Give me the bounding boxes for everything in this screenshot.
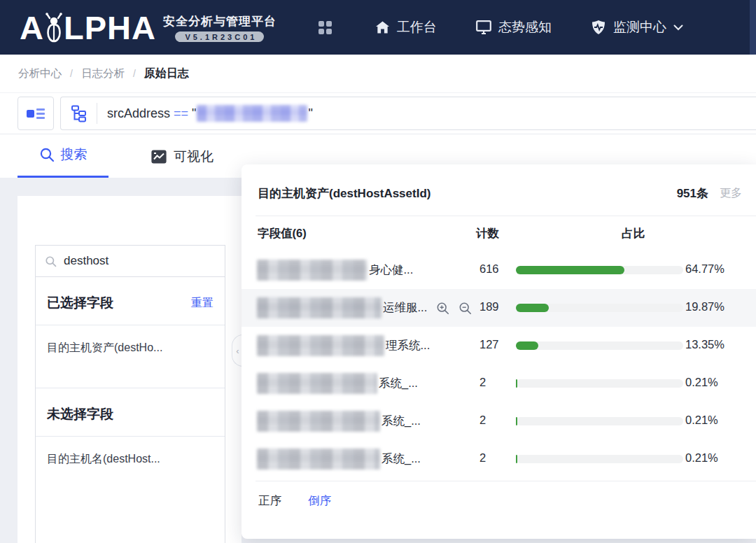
version-badge: V5.1R23C01 [175,31,264,42]
fields-box: 已选择字段 重置 目的主机资产(destHo... 未选择字段 目的主机名(de… [35,245,225,543]
nav-item-monitoring[interactable]: 监测中心 [591,18,683,36]
field-search[interactable] [36,246,225,277]
row-bar-fill [516,455,517,463]
query-input-box[interactable]: srcAddress == "" [60,97,756,130]
navbar-edge-item [750,0,756,55]
logo-text: A LPHA [20,11,156,44]
row-bar-track [516,266,683,274]
row-percent: 19.87% [685,300,724,313]
row-suffix: 身心健... [369,262,413,278]
field-value-row[interactable]: 系统_...20.21% [241,440,756,478]
query-mode-button[interactable] [18,97,54,130]
query-expression[interactable]: srcAddress == "" [107,105,313,122]
monitor-icon [476,20,491,34]
row-bar-fill [516,417,517,425]
chevron-down-icon [673,24,683,31]
row-suffix: 系统_... [379,376,418,391]
row-name: 运维服... [257,289,472,327]
row-bar-fill [516,341,538,350]
row-bar-track [516,304,683,312]
total-count: 951条 [677,185,708,202]
field-value-row[interactable]: 运维服...18919.87% [241,289,756,327]
row-name: 身心健... [257,251,413,289]
query-operator: == [174,106,188,121]
row-filter-actions [436,302,472,315]
row-percent: 64.77% [685,262,724,276]
row-bar-fill [516,266,624,274]
row-bar-fill [516,304,549,312]
query-bar: srcAddress == "" [0,93,756,134]
content-area: 已选择字段 重置 目的主机资产(destHo... 未选择字段 目的主机名(de… [0,178,756,543]
app-logo: A LPHA 安全分析与管理平台 V5.1R23C01 [20,11,276,44]
query-close-quote: " [308,106,312,121]
popup-footer: 正序 倒序 [241,481,756,509]
field-value-row[interactable]: 系统_...20.21% [241,402,756,440]
breadcrumb-current: 原始日志 [144,66,189,81]
logo-post: LPHA [64,11,156,44]
shield-pulse-icon [591,20,606,35]
row-bar-track [516,341,683,350]
breadcrumb-separator: / [70,68,73,79]
popup-rows: 身心健...61664.77%运维服...18919.87%理系统...1271… [241,251,756,478]
redacted-value [257,335,384,356]
reset-link[interactable]: 重置 [191,296,214,311]
search-icon [45,255,57,267]
nav-item-situation[interactable]: 态势感知 [476,18,552,36]
field-value-row[interactable]: 系统_...20.21% [241,365,756,402]
row-name: 系统_... [257,402,421,440]
unselected-fields-title: 未选择字段 [47,405,113,423]
breadcrumb-item[interactable]: 日志分析 [81,66,125,81]
bug-icon [45,12,63,43]
nav-item-workbench[interactable]: 工作台 [375,18,437,36]
redacted-value [257,297,382,318]
zoom-in-icon[interactable] [436,302,449,315]
app-subtitle: 安全分析与管理平台 [163,13,276,29]
row-suffix: 运维服... [383,300,427,316]
sort-descending-link[interactable]: 倒序 [308,493,331,509]
sort-ascending-link[interactable]: 正序 [258,493,281,509]
nav-item-label: 态势感知 [498,18,552,36]
tab-visualize[interactable]: 可视化 [142,148,222,178]
redacted-value [257,373,377,394]
row-percent: 0.21% [685,451,718,465]
breadcrumb: 分析中心 / 日志分析 / 原始日志 [0,55,756,93]
popup-header: 目的主机资产(destHostAssetId) 951条 更多 [241,164,756,202]
selected-fields-list: 目的主机资产(destHo... [36,325,225,371]
more-link[interactable]: 更多 [720,186,742,201]
divider [97,103,97,124]
row-bar-track [516,379,683,388]
row-bar-fill [516,379,517,388]
column-ratio: 占比 [622,226,645,241]
field-item[interactable]: 目的主机资产(destHo... [47,337,214,360]
popup-title: 目的主机资产(destHostAssetId) [258,185,677,202]
row-bar-track [516,455,683,463]
field-search-input[interactable] [64,254,204,268]
row-count: 127 [479,338,499,351]
redacted-value [257,260,368,281]
field-value-row[interactable]: 身心健...61664.77% [241,251,756,289]
row-count: 189 [479,300,499,313]
row-percent: 13.35% [685,338,724,351]
selected-fields-title: 已选择字段 [47,294,113,312]
chart-icon [150,149,167,164]
tab-label: 可视化 [174,148,214,166]
row-name: 系统_... [257,440,421,478]
field-value-row[interactable]: 理系统...12713.35% [241,327,756,365]
selected-fields-header: 已选择字段 重置 [36,277,225,325]
tab-search[interactable]: 搜索 [18,146,108,178]
row-suffix: 系统_... [382,414,421,429]
apps-grid-icon[interactable] [318,21,332,34]
row-suffix: 系统_... [382,451,421,467]
row-percent: 0.21% [685,414,718,427]
field-values-popup: 目的主机资产(destHostAssetId) 951条 更多 字段值(6) 计… [241,164,756,539]
breadcrumb-item[interactable]: 分析中心 [18,66,62,81]
nav-item-label: 工作台 [397,18,437,36]
zoom-out-icon[interactable] [458,302,472,315]
column-count: 计数 [476,226,499,241]
field-item[interactable]: 目的主机名(destHost... [47,448,214,471]
row-count: 2 [479,376,486,389]
row-percent: 0.21% [685,376,718,389]
tab-label: 搜索 [61,146,88,164]
row-suffix: 理系统... [386,338,430,353]
row-name: 理系统... [257,327,430,365]
